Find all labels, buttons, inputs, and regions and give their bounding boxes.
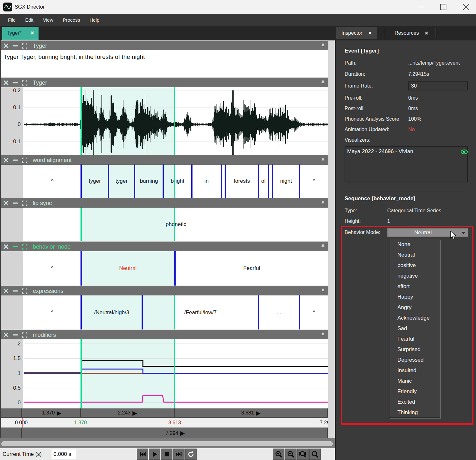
menu-file[interactable]: File — [3, 14, 20, 26]
track-audio-content[interactable]: 0.20.10-0.1 — [1, 87, 328, 155]
segment-boundary-line[interactable] — [221, 165, 222, 198]
timeline-segment[interactable]: 1.370▶ — [23, 408, 81, 417]
zoom-in-button[interactable] — [273, 449, 284, 460]
horizontal-scrollbar[interactable] — [0, 438, 335, 448]
timeline-tick-row[interactable]: 0.0001.3703.6137.294 — [1, 417, 328, 428]
track-lipsync-content[interactable]: phonetic — [1, 208, 328, 241]
tab-close-icon[interactable]: ✕ — [30, 27, 34, 39]
resources-tab-close-icon[interactable]: ✕ — [424, 31, 428, 36]
track-expand-icon[interactable] — [21, 330, 28, 340]
track-expand-icon[interactable] — [21, 198, 28, 208]
selection-end-line[interactable] — [174, 87, 175, 155]
menu-help[interactable]: Help — [85, 14, 104, 26]
menu-edit[interactable]: Edit — [20, 14, 38, 26]
segment-boundary-line[interactable] — [299, 165, 300, 198]
pin-icon[interactable] — [320, 198, 326, 208]
segment-boundary-line[interactable] — [134, 165, 135, 198]
minimize-button[interactable] — [414, 0, 428, 14]
segment-boundary-line[interactable] — [299, 295, 300, 329]
track-header-text: Tyger — [1, 41, 328, 50]
segment-play-icon[interactable]: ▶ — [132, 410, 137, 416]
tab-inspector[interactable]: Inspector✕ — [336, 27, 377, 39]
document-tab-tyger[interactable]: Tyger* ✕ — [2, 27, 39, 40]
pin-icon[interactable] — [320, 242, 326, 251]
sequence-section-header: Sequence [behavior_mode] — [345, 195, 415, 202]
segment-boundary-line[interactable] — [191, 165, 192, 198]
timeline-segment[interactable]: 2.243▶ — [81, 408, 175, 417]
track-expand-icon[interactable] — [21, 242, 28, 251]
visualizer-item[interactable]: Maya 2022 - 24696 - Vivian — [347, 148, 413, 155]
segment-play-icon[interactable]: ▶ — [57, 410, 61, 416]
skip-end-button[interactable] — [173, 449, 185, 460]
track-close-icon[interactable] — [3, 330, 9, 340]
segment-play-icon[interactable]: ▶ — [180, 430, 185, 436]
track-expressions-content[interactable]: ^/Neutral/high/3/Fearful/low/7...^ — [1, 295, 328, 329]
maximize-button[interactable] — [436, 0, 451, 14]
frame-rate-input[interactable] — [408, 81, 468, 90]
track-minimize-icon[interactable] — [12, 242, 19, 251]
segment-boundary-line[interactable] — [174, 251, 176, 286]
visibility-eye-icon[interactable] — [460, 149, 468, 154]
segment-boundary-line[interactable] — [80, 295, 82, 329]
pin-icon[interactable] — [320, 286, 326, 296]
selection-start-line[interactable] — [80, 87, 82, 155]
current-time-input[interactable] — [52, 449, 76, 459]
track-behavior-content[interactable]: ^NeutralFearful — [1, 251, 328, 286]
pin-icon[interactable] — [320, 330, 326, 340]
track-close-icon[interactable] — [3, 286, 9, 296]
play-button[interactable] — [149, 449, 160, 460]
track-words-content[interactable]: ^tygertygerburningbrightinforestsofnight… — [1, 165, 328, 198]
stop-button[interactable] — [161, 449, 172, 460]
track-minimize-icon[interactable] — [12, 41, 19, 51]
pin-icon[interactable] — [320, 41, 326, 51]
segment-boundary-line[interactable] — [80, 165, 82, 198]
track-close-icon[interactable] — [3, 198, 9, 208]
track-text-content[interactable]: Tyger Tyger, burning bright, in the fore… — [1, 50, 328, 77]
inspector-tab-close-icon[interactable]: ✕ — [368, 31, 372, 36]
menu-process[interactable]: Process — [58, 14, 85, 26]
track-modifiers-content[interactable]: 21.510.50 — [1, 339, 328, 408]
segment-label: night — [280, 178, 292, 184]
segment-boundary-line[interactable] — [163, 165, 164, 198]
track-minimize-icon[interactable] — [12, 286, 19, 296]
track-expand-icon[interactable] — [21, 78, 28, 88]
loop-button[interactable] — [185, 449, 197, 460]
track-expand-icon[interactable] — [21, 155, 28, 165]
timeline-segment[interactable]: 7.294▶ — [23, 428, 328, 438]
segment-boundary-line[interactable] — [268, 165, 269, 198]
zoom-fit-button[interactable] — [297, 449, 309, 460]
segment-play-icon[interactable]: ▶ — [256, 410, 261, 416]
segment-boundary-line[interactable] — [80, 251, 82, 286]
track-close-icon[interactable] — [3, 41, 9, 51]
segment-boundary-line[interactable] — [258, 295, 259, 329]
menu-view[interactable]: View — [38, 14, 58, 26]
segment-boundary-line[interactable] — [142, 295, 143, 329]
segment-boundary-line[interactable] — [258, 165, 259, 198]
zoom-all-button[interactable] — [309, 449, 321, 460]
horizontal-scrollbar-thumb[interactable] — [1, 441, 333, 446]
timeline-segment[interactable]: 3.681▶ — [175, 408, 328, 417]
segment-boundary-line[interactable] — [272, 165, 273, 198]
track-minimize-icon[interactable] — [12, 198, 19, 208]
timeline-segment-row[interactable]: 1.370▶2.243▶3.681▶ — [1, 408, 328, 417]
track-close-icon[interactable] — [3, 242, 9, 251]
track-expand-icon[interactable] — [21, 286, 28, 296]
tab-resources[interactable]: Resources✕ — [389, 27, 433, 39]
segment-boundary-line[interactable] — [108, 165, 109, 198]
track-minimize-icon[interactable] — [12, 330, 19, 340]
vertical-scrollbar[interactable] — [328, 40, 335, 438]
track-minimize-icon[interactable] — [12, 155, 19, 165]
track-close-icon[interactable] — [3, 78, 9, 88]
segment-duration: 3.681 — [241, 410, 254, 416]
timeline-full-row[interactable]: 7.294▶ — [1, 428, 328, 438]
pin-icon[interactable] — [320, 78, 326, 88]
pin-icon[interactable] — [320, 155, 326, 165]
zoom-out-button[interactable] — [285, 449, 297, 460]
close-button[interactable] — [458, 0, 473, 14]
track-minimize-icon[interactable] — [12, 78, 19, 88]
skip-start-button[interactable] — [137, 449, 148, 460]
track-expand-icon[interactable] — [21, 41, 28, 51]
segment-boundary-line[interactable] — [225, 165, 226, 198]
visualizers-list[interactable]: Maya 2022 - 24696 - Vivian — [345, 146, 468, 182]
track-close-icon[interactable] — [3, 155, 9, 165]
